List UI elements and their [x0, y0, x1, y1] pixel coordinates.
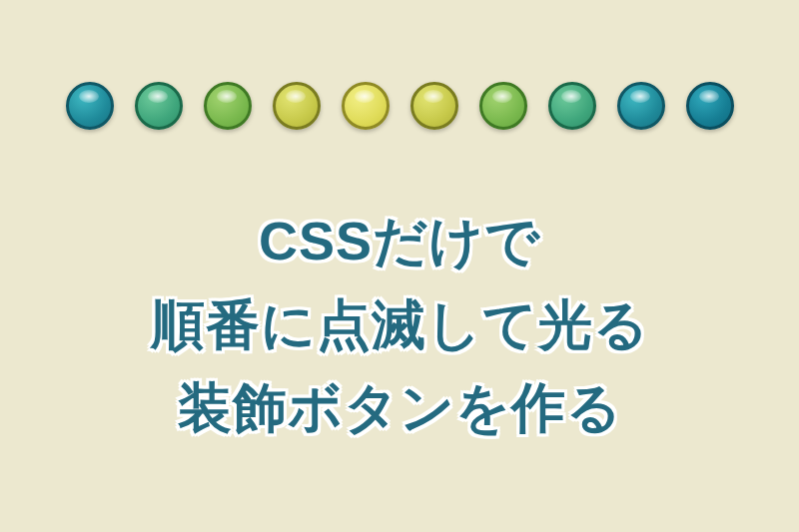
page-title: CSSだけで 順番に点滅して光る 装飾ボタンを作る	[151, 200, 649, 450]
dot-10-teal-dark	[686, 82, 734, 130]
dot-7-green	[479, 82, 527, 130]
dot-4-yellow-green	[273, 82, 321, 130]
dot-5-yellow	[342, 82, 390, 130]
dot-3-green	[204, 82, 252, 130]
title-line-2: 順番に点滅して光る	[151, 283, 649, 367]
title-line-1: CSSだけで	[151, 200, 649, 283]
decorative-dots-row	[66, 82, 734, 130]
dot-6-yellow-green	[410, 82, 458, 130]
dot-8-teal-green	[548, 82, 596, 130]
title-line-3: 装飾ボタンを作る	[151, 366, 649, 450]
dot-2-teal-green	[135, 82, 183, 130]
dot-1-teal	[66, 82, 114, 130]
dot-9-teal	[617, 82, 665, 130]
